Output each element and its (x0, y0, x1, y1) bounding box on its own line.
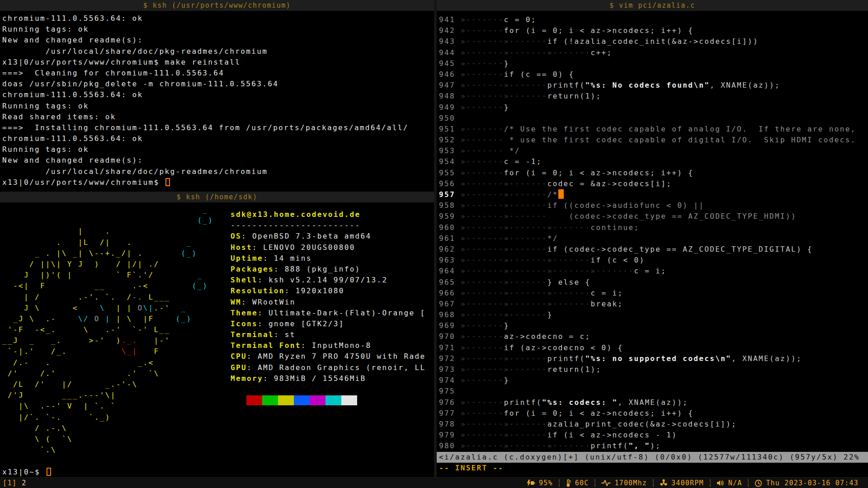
fetch-row: Uptime: 14 mins (231, 253, 425, 264)
terminal-pane-neofetch[interactable]: $ ksh (/home/sdk) _ (_) | . . |L /| . _ … (0, 192, 434, 477)
code-line: 979 »·······»·······if (i < az->ncodecs … (439, 430, 868, 441)
fetch-value: : ksh v5.2.14 99/07/13.2 (258, 276, 388, 284)
terminal-pane-ports[interactable]: $ ksh (/usr/ports/www/chromium) chromium… (0, 0, 434, 192)
indent-guides: »·······»······· (461, 92, 547, 100)
color-swatch (246, 395, 262, 405)
status-module: 95% (520, 478, 559, 488)
terminal-line: /usr/local/share/doc/pkg-readmes/chromiu… (2, 46, 434, 57)
indent-guides: »·······»·······»······· (461, 300, 591, 308)
code-line: 971 »·······if (az->codecno < 0) { (439, 343, 868, 353)
code-line: 954 »·······c = -1; (439, 156, 868, 167)
code-line: 964 »·······»·······»·······»·······c = … (439, 266, 868, 277)
ascii-art-line: | / .-'. `. /-. L___ (2, 292, 213, 303)
line-number: 977 (439, 409, 461, 418)
line-number: 960 (439, 223, 461, 232)
line-number: 948 (439, 92, 461, 100)
indent-guides: »······· (461, 157, 504, 166)
line-number: 959 (439, 212, 461, 221)
line-number: 954 (439, 157, 461, 166)
ascii-art-line: . |L /| . _ (2, 237, 213, 248)
terminal-output[interactable]: chromium-111.0.5563.64: okRunning tags: … (0, 11, 434, 188)
fetch-row: Icons: gnome [GTK2/3] (231, 319, 425, 329)
status-module: 60C (560, 478, 595, 488)
terminal-line: doas /usr/sbin/pkg_delete -m chromium-11… (2, 79, 434, 89)
ascii-art-line: / .-.\ (2, 423, 213, 434)
workspace-other[interactable]: 2 (22, 479, 27, 487)
code-line: 960 »·······»·······»·······continue; (439, 222, 868, 233)
fetch-row: OS: OpenBSD 7.3-beta amd64 (231, 231, 425, 242)
line-number: 975 (439, 387, 461, 395)
indent-guides: »······· (461, 125, 504, 133)
shell-prompt[interactable]: x13|0~$ (2, 467, 51, 477)
ascii-art-line: /'J ___.---'\| (2, 390, 213, 401)
line-number: 962 (439, 245, 461, 253)
indent-guides: »·······»······· (461, 201, 547, 210)
fetch-label: OS (231, 232, 241, 240)
line-number: 955 (439, 169, 461, 177)
fetch-value: : 868x488 (285, 286, 344, 295)
code-line: 978 »·······»·······azalia_print_codec(&… (439, 419, 868, 430)
ascii-art-line: `-|.' /_. \_| F (2, 346, 213, 357)
fetch-label: Icons (231, 319, 258, 328)
indent-guides: »·······»······· (461, 245, 547, 253)
indent-guides: »·······»·······»······· (461, 256, 591, 264)
fetch-value: : st (274, 330, 296, 339)
color-swatch (310, 395, 326, 405)
terminal-cursor (47, 468, 51, 476)
line-number: 946 (439, 70, 461, 79)
terminal-line: New and changed readme(s): (2, 35, 434, 46)
fetch-title: sdk@x13.home.codevoid.de (231, 209, 425, 220)
indent-guides: »······· (461, 376, 504, 385)
code-line: 945 »·······} (439, 58, 868, 69)
ascii-art-line: |/`. `-. `._) (2, 412, 213, 423)
indent-guides: »·······»·······»·······»······· (461, 267, 634, 275)
desktop: $ ksh (/usr/ports/www/chromium) chromium… (0, 0, 868, 488)
battery-icon (526, 479, 535, 487)
terminal-title: $ ksh (/home/sdk) (176, 193, 257, 201)
vim-buffer[interactable]: 941 »·······c = 0;942 »·······for (i = 0… (437, 11, 868, 452)
fetch-label: WM (231, 298, 241, 306)
code-line: 953 »······· */ (439, 145, 868, 156)
line-number: 947 (439, 81, 461, 89)
code-line: 969 »·······} (439, 320, 868, 331)
fetch-blank (231, 384, 425, 395)
fetch-row: Host: LENOVO 20UGS00800 (231, 242, 425, 253)
color-swatch (262, 395, 278, 405)
ascii-art-line: (_) (2, 215, 213, 226)
indent-guides: »······· (461, 15, 504, 24)
terminal-line: Running tags: ok (2, 24, 434, 35)
ascii-art-line: `.\ (2, 445, 213, 455)
indent-guides: »·······»······· (461, 212, 547, 221)
code-line: 968 »·······»·······} (439, 310, 868, 320)
ascii-art-line: -<| F __ .-< (_) (2, 281, 213, 291)
ascii-art-line: /L /' |/ _.-'-\ (2, 379, 213, 390)
fetch-row: WM: WRootWin (231, 297, 425, 308)
fetch-row: Terminal: st (231, 329, 425, 340)
code-line: 955 »·······for (i = 0; i < az->ncodecs;… (439, 168, 868, 178)
terminal-line: chromium-111.0.5563.64: ok (2, 13, 434, 24)
thermometer-icon (566, 479, 571, 487)
line-number: 968 (439, 310, 461, 319)
terminal-titlebar: $ ksh (/usr/ports/www/chromium) (0, 0, 434, 11)
status-module: N/A (711, 478, 748, 488)
vim-pane[interactable]: $ vim pci/azalia.c 941 »·······c = 0;942… (437, 0, 868, 477)
code-line: 980 »·······»·······»·······printf(", ")… (439, 441, 868, 451)
color-swatch (326, 395, 341, 405)
indent-guides: »······· (461, 398, 504, 407)
fan-icon (660, 479, 668, 487)
code-line: 956 »·······»·······codec = &az->codecs[… (439, 178, 868, 189)
indent-guides: »·······»······· (461, 365, 547, 374)
ascii-art-line: /.- . _.< (2, 357, 213, 368)
indent-guides: »······· (461, 59, 504, 68)
code-line: 943 »·······»·······if (!azalia_codec_in… (439, 36, 868, 47)
fetch-value: : gnome [GTK2/3] (258, 319, 344, 328)
workspace-indicator[interactable]: [1] 2 (3, 478, 27, 488)
fetch-label: Terminal Font (231, 341, 301, 350)
fetch-user-host: sdk@x13.home.codevoid.de (231, 210, 361, 219)
workspace-active[interactable]: [1] (3, 479, 17, 487)
code-line: 959 »·······»······· (codec->codec_type … (439, 211, 868, 222)
ascii-art-line: /' /.' .' `\ (2, 368, 213, 379)
indent-guides: »·······»······· (461, 37, 547, 46)
ascii-art-line: J |)'( | ` F`.'/ _ (2, 270, 213, 281)
terminal-color-palette (231, 395, 425, 406)
